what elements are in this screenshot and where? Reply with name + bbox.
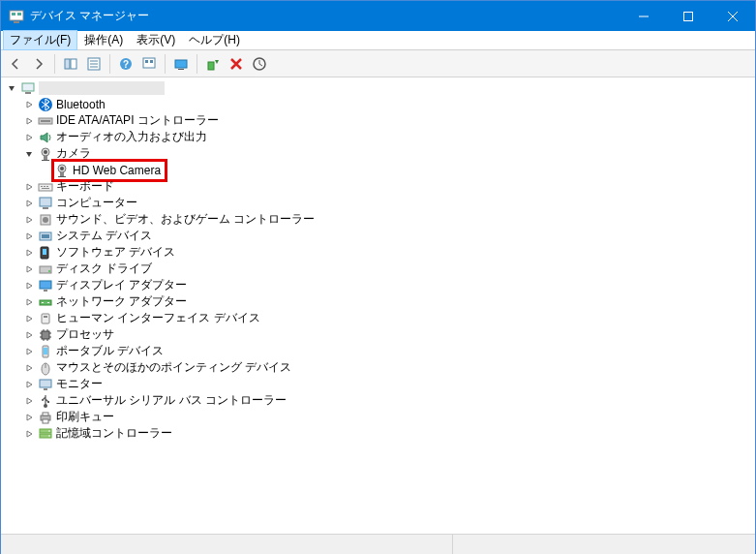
expander-icon[interactable] <box>22 230 36 243</box>
expander-icon[interactable] <box>22 131 36 144</box>
tree-category-portable[interactable]: ポータブル デバイス <box>5 343 755 359</box>
tree-category-bluetooth[interactable]: Bluetooth <box>5 96 755 112</box>
svg-text:?: ? <box>123 59 129 70</box>
svg-rect-24 <box>41 120 50 122</box>
menu-action[interactable]: 操作(A) <box>77 30 130 50</box>
tree-category-computer[interactable]: コンピューター <box>5 195 755 211</box>
expander-icon[interactable] <box>22 246 36 260</box>
separator <box>165 54 166 74</box>
tree-category-processor[interactable]: プロセッサ <box>5 326 755 343</box>
storage-ctl-icon <box>38 426 53 442</box>
tree-category-monitor[interactable]: モニター <box>5 376 755 392</box>
expander-icon[interactable] <box>22 147 36 161</box>
expander-icon[interactable] <box>22 295 36 309</box>
expander-icon[interactable] <box>22 328 36 342</box>
expander-icon[interactable] <box>22 378 36 391</box>
separator <box>54 54 55 74</box>
category-label: ディスプレイ アダプター <box>56 277 187 293</box>
svg-rect-50 <box>40 300 51 305</box>
processor-icon <box>38 327 53 343</box>
svg-rect-39 <box>43 207 48 209</box>
expander-icon[interactable] <box>22 98 36 111</box>
scan-hardware-button[interactable] <box>249 53 270 75</box>
tree-category-network[interactable]: ネットワーク アダプター <box>5 293 755 310</box>
tree-category-hid[interactable]: ヒューマン インターフェイス デバイス <box>5 310 755 326</box>
svg-rect-2 <box>17 13 21 15</box>
back-button[interactable] <box>5 53 26 75</box>
expander-icon[interactable] <box>22 180 36 194</box>
statusbar <box>1 534 755 554</box>
svg-rect-4 <box>684 12 693 20</box>
menu-file[interactable]: ファイル(F) <box>3 30 77 50</box>
svg-rect-49 <box>44 290 47 292</box>
category-label: Bluetooth <box>56 98 106 111</box>
help-button[interactable]: ? <box>115 53 136 75</box>
mouse-icon <box>38 360 53 376</box>
category-label: IDE ATA/ATAPI コントローラー <box>56 112 219 129</box>
svg-rect-17 <box>178 69 184 70</box>
expander-icon[interactable] <box>22 427 36 441</box>
category-label: キーボード <box>56 178 114 195</box>
svg-rect-37 <box>42 188 49 189</box>
tree-category-print-queue[interactable]: 印刷キュー <box>5 409 755 425</box>
svg-rect-51 <box>42 302 44 303</box>
devices-button[interactable] <box>138 53 160 75</box>
tree-category-software[interactable]: ソフトウェア デバイス <box>5 244 755 261</box>
expander-icon[interactable] <box>22 312 36 325</box>
tree-category-ide[interactable]: IDE ATA/ATAPI コントローラー <box>5 112 755 129</box>
audio-io-icon <box>38 130 53 145</box>
tree-category-disk[interactable]: ディスク ドライブ <box>5 261 755 277</box>
tree-category-display[interactable]: ディスプレイ アダプター <box>5 277 755 293</box>
tree-category-mouse[interactable]: マウスとそのほかのポインティング デバイス <box>5 359 755 376</box>
svg-rect-74 <box>43 413 48 416</box>
status-pane-2 <box>453 535 755 554</box>
svg-rect-21 <box>25 92 31 94</box>
category-label: サウンド、ビデオ、およびゲーム コントローラー <box>56 211 315 228</box>
expander-icon[interactable] <box>22 411 36 424</box>
expander-icon[interactable] <box>22 213 36 227</box>
category-label: ソフトウェア デバイス <box>56 244 175 261</box>
system-icon <box>38 229 53 244</box>
tree-category-usb[interactable]: ユニバーサル シリアル バス コントローラー <box>5 392 755 409</box>
software-icon <box>38 245 53 261</box>
prop-sheet-button[interactable] <box>83 53 105 75</box>
expander-icon[interactable] <box>22 262 36 276</box>
expander-icon[interactable] <box>22 394 36 408</box>
titlebar[interactable]: デバイス マネージャー <box>1 1 755 31</box>
update-driver-button[interactable] <box>170 53 192 75</box>
minimize-button[interactable] <box>621 1 666 31</box>
close-button[interactable] <box>711 1 755 31</box>
show-hide-tree-button[interactable] <box>60 53 81 75</box>
computer-icon <box>38 196 53 211</box>
category-label: ネットワーク アダプター <box>56 293 187 310</box>
svg-rect-5 <box>65 59 70 69</box>
hd-web-camera-icon <box>54 163 70 178</box>
expander-icon[interactable] <box>5 81 18 95</box>
enable-button[interactable] <box>202 53 224 75</box>
tree-device-hd-web-camera[interactable]: HD Web Camera <box>5 162 755 178</box>
forward-button[interactable] <box>28 53 49 75</box>
tree-category-system[interactable]: システム デバイス <box>5 228 755 244</box>
ide-icon <box>38 113 53 129</box>
svg-point-26 <box>44 150 47 154</box>
print-queue-icon <box>38 410 53 425</box>
expander-icon[interactable] <box>22 114 36 128</box>
maximize-button[interactable] <box>666 1 711 31</box>
tree-content[interactable]: BluetoothIDE ATA/ATAPI コントローラーオーディオの入力およ… <box>1 77 755 533</box>
expander-icon[interactable] <box>22 345 36 358</box>
svg-rect-68 <box>40 380 51 387</box>
tree-category-sound[interactable]: サウンド、ビデオ、およびゲーム コントローラー <box>5 211 755 228</box>
expander-icon[interactable] <box>22 197 36 210</box>
tree-root-node[interactable] <box>5 79 755 96</box>
expander-icon[interactable] <box>22 279 36 292</box>
svg-point-41 <box>43 217 48 223</box>
window-title: デバイス マネージャー <box>30 8 621 24</box>
expander-icon[interactable] <box>22 361 36 375</box>
tree-category-storage-ctl[interactable]: 記憶域コントローラー <box>5 425 755 442</box>
menu-view[interactable]: 表示(V) <box>130 30 182 50</box>
network-icon <box>38 294 53 310</box>
svg-rect-6 <box>71 59 76 69</box>
uninstall-button[interactable] <box>226 53 247 75</box>
menu-help[interactable]: ヘルプ(H) <box>182 30 247 50</box>
tree-category-audio-io[interactable]: オーディオの入力および出力 <box>5 129 755 145</box>
